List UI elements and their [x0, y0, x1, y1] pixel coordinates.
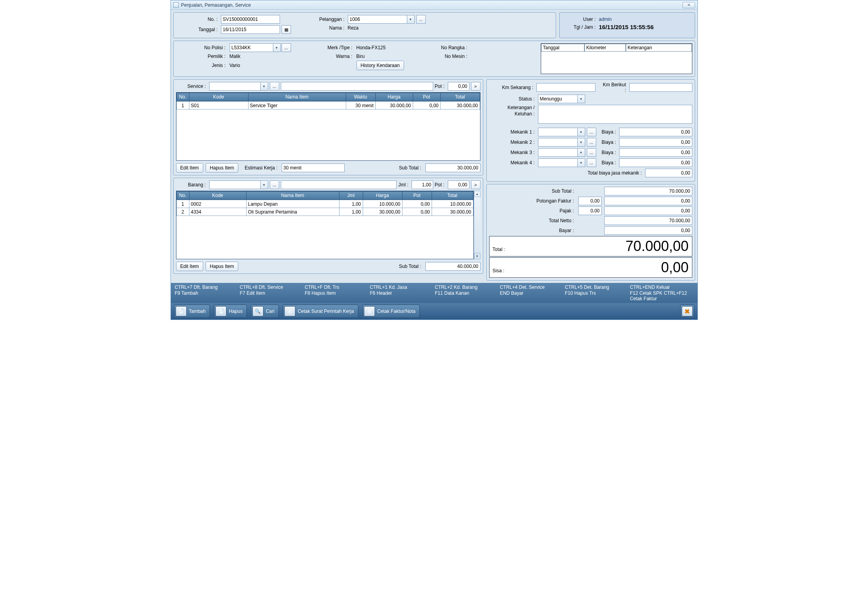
service-edit-button[interactable]: Edit Item	[176, 163, 203, 173]
toolbar-close-button[interactable]: ✖	[680, 305, 694, 318]
barang-edit-button[interactable]: Edit Item	[176, 262, 203, 271]
nama-value: Reza	[348, 25, 359, 31]
cari-button[interactable]: 🔍Cari	[251, 305, 279, 318]
grand-total-label: Total :	[493, 247, 505, 252]
barang-name-input[interactable]	[281, 180, 397, 189]
bayar-label: Bayar :	[489, 228, 576, 233]
shortcut-hint: CTRL+END Keluar	[630, 284, 693, 290]
table-row[interactable]: 1S01Service Tiger30 menit30.000,000,0030…	[176, 102, 480, 110]
keterangan-textarea[interactable]	[538, 105, 692, 124]
detail-panel: Km Sekarang : Km Berikut : Status : ▾ Ke…	[486, 79, 695, 182]
estimasi-input[interactable]	[282, 164, 345, 172]
nama-label: Nama :	[303, 25, 346, 31]
tanggal-input[interactable]	[221, 25, 280, 34]
shortcut-hint: F8 Hapus Item	[305, 290, 368, 301]
vehicle-history-table[interactable]: Tanggal Kilometer Keterangan	[541, 43, 692, 74]
service-code-input[interactable]	[209, 82, 260, 91]
vehicle-panel: No Polisi : ▾ ... Merk /Tipe : Honda-FX1…	[173, 41, 695, 77]
calendar-icon[interactable]: ▦	[282, 25, 291, 34]
pelanggan-input[interactable]	[348, 15, 407, 24]
shortcut-hint: CTRL+2 Kd. Barang	[435, 284, 498, 290]
km-sekarang-input[interactable]	[536, 83, 595, 92]
shortcut-hint: CTRL+4 Det. Service	[500, 284, 563, 290]
service-pot-input[interactable]	[448, 82, 469, 91]
barang-grid[interactable]: No. Kode Nama Item Jml Harga Pot Total	[176, 191, 474, 259]
barang-jml-input[interactable]	[412, 180, 433, 189]
mekanik4-label: Mekanik 4 :	[489, 160, 536, 165]
no-label: No. :	[176, 17, 219, 22]
service-col-total: Total	[440, 93, 480, 101]
mekanik4-lookup-button[interactable]: ...	[587, 158, 596, 167]
barang-lookup-button[interactable]: ...	[270, 180, 279, 189]
mekanik4-input[interactable]	[538, 158, 577, 167]
nopolisi-lookup-button[interactable]: ...	[282, 43, 291, 52]
mekanik3-input[interactable]	[538, 148, 577, 157]
cetak-spk-button[interactable]: 🖨Cetak Surat Perintah Kerja	[283, 305, 358, 318]
veh-col-kilometer: Kilometer	[584, 44, 626, 52]
km-berikut-label: Km Berikut :	[601, 82, 627, 93]
table-row[interactable]: 10002Lampu Depan1,0010.000,000,0010.000,…	[176, 200, 473, 208]
table-row[interactable]: 24334Oli Suprame Pertamina1,0030.000,000…	[176, 208, 473, 216]
barang-col-pot: Pot	[402, 191, 432, 200]
shortcut-hint: CTRL+7 Dft. Barang	[175, 284, 238, 290]
window-title: Penjualan, Pemasangan, Service	[181, 2, 251, 8]
nopolisi-dropdown[interactable]: ▾	[273, 43, 281, 52]
total-biaya-mekanik-value	[645, 169, 692, 177]
mekanik1-lookup-button[interactable]: ...	[587, 128, 596, 136]
service-col-nama: Nama Item	[248, 93, 346, 101]
veh-col-keterangan: Keterangan	[626, 44, 692, 52]
barang-hapus-button[interactable]: Hapus Item	[206, 262, 238, 271]
mekanik3-dropdown[interactable]: ▾	[577, 148, 585, 157]
km-berikut-input[interactable]	[629, 83, 692, 92]
potongan-value	[604, 197, 692, 205]
window-close-button[interactable]: ✕	[683, 2, 695, 8]
nopolisi-label: No Polisi :	[176, 45, 227, 50]
keterangan-label: Keterangan /Keluhan :	[489, 105, 536, 117]
potongan-pct-input[interactable]	[578, 197, 602, 205]
bottom-toolbar: 📄Tambah 📄Hapus 🔍Cari 🖨Cetak Surat Perint…	[171, 303, 697, 320]
user-label: User :	[564, 17, 596, 22]
cetak-faktur-button[interactable]: 🖨Cetak Faktur/Nota	[362, 305, 420, 318]
pemilik-label: Pemilik :	[176, 54, 227, 59]
mekanik2-input[interactable]	[538, 138, 577, 147]
service-hapus-button[interactable]: Hapus Item	[206, 163, 238, 173]
pelanggan-lookup-button[interactable]: ...	[416, 15, 426, 24]
service-grid[interactable]: No. Kode Nama Item Waktu Harga Pot Total	[176, 92, 480, 161]
no-input[interactable]	[221, 15, 280, 24]
estimasi-label: Estimasi Kerja :	[245, 165, 279, 171]
mekanik2-lookup-button[interactable]: ...	[587, 138, 596, 147]
shortcut-hint: F7 Edit Item	[240, 290, 303, 301]
service-col-kode: Kode	[189, 93, 248, 101]
km-sekarang-label: Km Sekarang :	[489, 85, 535, 90]
mekanik2-dropdown[interactable]: ▾	[577, 138, 585, 147]
status-dropdown[interactable]: ▾	[577, 95, 585, 103]
service-name-input[interactable]	[281, 82, 433, 91]
nopolisi-input[interactable]	[230, 43, 273, 52]
nomesin-label: No Mesin :	[426, 54, 469, 59]
jenis-label: Jenis :	[176, 63, 227, 68]
shortcut-hint: F10 Hapus Trs	[565, 290, 628, 301]
barang-add-button[interactable]: >	[471, 180, 480, 189]
barang-pot-input[interactable]	[448, 180, 469, 189]
scroll-up-icon[interactable]: ▲	[474, 191, 480, 197]
barang-scrollbar[interactable]: ▲ ▼	[474, 191, 480, 259]
service-code-dropdown[interactable]: ▾	[260, 82, 268, 91]
barang-code-dropdown[interactable]: ▾	[260, 180, 268, 189]
mekanik1-input[interactable]	[538, 128, 577, 136]
service-lookup-button[interactable]: ...	[270, 82, 279, 91]
scroll-down-icon[interactable]: ▼	[474, 253, 480, 259]
status-input[interactable]	[538, 95, 577, 103]
mekanik4-dropdown[interactable]: ▾	[577, 158, 585, 167]
pelanggan-dropdown[interactable]: ▾	[407, 15, 415, 24]
sisa-value: 0,00	[661, 259, 688, 276]
service-add-button[interactable]: >	[471, 82, 480, 91]
pajak-pct-input[interactable]	[578, 206, 602, 215]
norangka-label: No Rangka :	[426, 45, 469, 50]
barang-col-jml: Jml	[339, 191, 363, 200]
barang-code-input[interactable]	[209, 180, 260, 189]
mekanik1-dropdown[interactable]: ▾	[577, 128, 585, 136]
hapus-button[interactable]: 📄Hapus	[214, 305, 247, 318]
tambah-button[interactable]: 📄Tambah	[174, 305, 210, 318]
mekanik3-lookup-button[interactable]: ...	[587, 148, 596, 157]
history-kendaraan-button[interactable]: History Kendaraan	[356, 61, 404, 70]
